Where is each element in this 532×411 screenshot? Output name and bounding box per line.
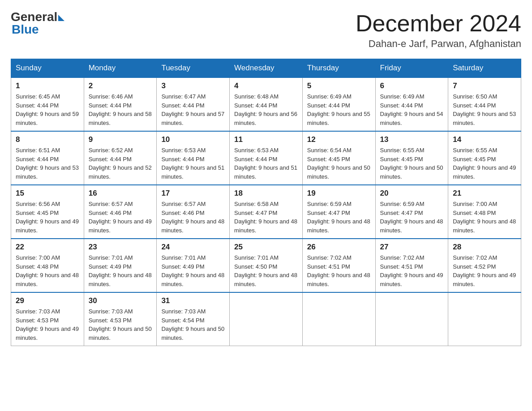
calendar-cell: 30Sunrise: 7:03 AMSunset: 4:53 PMDayligh… <box>84 292 157 346</box>
day-info: Sunrise: 6:56 AMSunset: 4:45 PMDaylight:… <box>16 200 79 235</box>
weekday-header-tuesday: Tuesday <box>157 59 230 78</box>
day-number: 29 <box>16 296 79 305</box>
weekday-header-monday: Monday <box>84 59 157 78</box>
day-info: Sunrise: 6:48 AMSunset: 4:44 PMDaylight:… <box>234 92 298 127</box>
day-number: 24 <box>161 243 225 252</box>
day-number: 11 <box>234 135 298 144</box>
day-info: Sunrise: 6:57 AMSunset: 4:46 PMDaylight:… <box>161 200 225 235</box>
day-info: Sunrise: 7:03 AMSunset: 4:53 PMDaylight:… <box>16 307 79 342</box>
calendar-cell: 8Sunrise: 6:51 AMSunset: 4:44 PMDaylight… <box>11 131 84 185</box>
day-info: Sunrise: 6:53 AMSunset: 4:44 PMDaylight:… <box>234 146 298 181</box>
day-info: Sunrise: 7:02 AMSunset: 4:51 PMDaylight:… <box>380 253 444 288</box>
day-info: Sunrise: 6:58 AMSunset: 4:47 PMDaylight:… <box>234 200 298 235</box>
weekday-header-saturday: Saturday <box>448 59 521 78</box>
day-number: 8 <box>16 135 79 144</box>
day-info: Sunrise: 7:01 AMSunset: 4:49 PMDaylight:… <box>89 253 152 288</box>
weekday-header-wednesday: Wednesday <box>230 59 303 78</box>
day-info: Sunrise: 6:46 AMSunset: 4:44 PMDaylight:… <box>89 92 152 127</box>
day-number: 6 <box>380 81 444 90</box>
day-number: 18 <box>234 189 298 198</box>
calendar-header-row: SundayMondayTuesdayWednesdayThursdayFrid… <box>11 59 521 78</box>
month-title: December 2024 <box>356 11 521 36</box>
calendar-cell: 23Sunrise: 7:01 AMSunset: 4:49 PMDayligh… <box>84 239 157 292</box>
calendar-cell: 22Sunrise: 7:00 AMSunset: 4:48 PMDayligh… <box>11 239 84 292</box>
day-info: Sunrise: 7:02 AMSunset: 4:52 PMDaylight:… <box>453 253 516 288</box>
calendar-cell: 3Sunrise: 6:47 AMSunset: 4:44 PMDaylight… <box>157 77 230 131</box>
day-info: Sunrise: 6:45 AMSunset: 4:44 PMDaylight:… <box>16 92 79 127</box>
day-number: 16 <box>89 189 152 198</box>
day-number: 17 <box>161 189 225 198</box>
day-info: Sunrise: 6:52 AMSunset: 4:44 PMDaylight:… <box>89 146 152 181</box>
day-number: 7 <box>453 81 516 90</box>
day-info: Sunrise: 6:47 AMSunset: 4:44 PMDaylight:… <box>161 92 225 127</box>
logo-blue-text: Blue <box>12 23 39 36</box>
calendar-cell <box>375 292 448 346</box>
calendar-cell: 1Sunrise: 6:45 AMSunset: 4:44 PMDaylight… <box>11 77 84 131</box>
calendar-week-row: 29Sunrise: 7:03 AMSunset: 4:53 PMDayligh… <box>11 292 521 346</box>
calendar-cell: 15Sunrise: 6:56 AMSunset: 4:45 PMDayligh… <box>11 185 84 239</box>
logo-arrow-icon <box>58 15 64 21</box>
day-info: Sunrise: 6:59 AMSunset: 4:47 PMDaylight:… <box>380 200 444 235</box>
day-number: 14 <box>453 135 516 144</box>
calendar-cell <box>302 292 375 346</box>
location-subtitle: Dahan-e Jarf, Parwan, Afghanistan <box>356 38 521 50</box>
day-number: 13 <box>380 135 444 144</box>
calendar-cell: 9Sunrise: 6:52 AMSunset: 4:44 PMDaylight… <box>84 131 157 185</box>
calendar-cell: 5Sunrise: 6:49 AMSunset: 4:44 PMDaylight… <box>302 77 375 131</box>
day-info: Sunrise: 6:50 AMSunset: 4:44 PMDaylight:… <box>453 92 516 127</box>
day-info: Sunrise: 7:02 AMSunset: 4:51 PMDaylight:… <box>307 253 371 288</box>
weekday-header-sunday: Sunday <box>11 59 84 78</box>
calendar-cell <box>230 292 303 346</box>
calendar-cell: 7Sunrise: 6:50 AMSunset: 4:44 PMDaylight… <box>448 77 521 131</box>
calendar-cell: 10Sunrise: 6:53 AMSunset: 4:44 PMDayligh… <box>157 131 230 185</box>
calendar-cell: 20Sunrise: 6:59 AMSunset: 4:47 PMDayligh… <box>375 185 448 239</box>
calendar-week-row: 15Sunrise: 6:56 AMSunset: 4:45 PMDayligh… <box>11 185 521 239</box>
weekday-header-friday: Friday <box>375 59 448 78</box>
day-number: 4 <box>234 81 298 90</box>
day-number: 22 <box>16 243 79 252</box>
day-number: 10 <box>161 135 225 144</box>
day-number: 20 <box>380 189 444 198</box>
calendar-week-row: 8Sunrise: 6:51 AMSunset: 4:44 PMDaylight… <box>11 131 521 185</box>
calendar-week-row: 1Sunrise: 6:45 AMSunset: 4:44 PMDaylight… <box>11 77 521 131</box>
calendar-table: SundayMondayTuesdayWednesdayThursdayFrid… <box>11 59 521 346</box>
logo: General Blue <box>11 11 64 36</box>
day-number: 5 <box>307 81 371 90</box>
day-info: Sunrise: 6:55 AMSunset: 4:45 PMDaylight:… <box>453 146 516 181</box>
day-number: 23 <box>89 243 152 252</box>
day-number: 3 <box>161 81 225 90</box>
day-info: Sunrise: 6:53 AMSunset: 4:44 PMDaylight:… <box>161 146 225 181</box>
day-number: 21 <box>453 189 516 198</box>
day-info: Sunrise: 6:49 AMSunset: 4:44 PMDaylight:… <box>380 92 444 127</box>
calendar-cell: 28Sunrise: 7:02 AMSunset: 4:52 PMDayligh… <box>448 239 521 292</box>
calendar-cell: 26Sunrise: 7:02 AMSunset: 4:51 PMDayligh… <box>302 239 375 292</box>
logo-general-text: General <box>11 11 57 23</box>
weekday-header-thursday: Thursday <box>302 59 375 78</box>
day-number: 28 <box>453 243 516 252</box>
day-number: 9 <box>89 135 152 144</box>
calendar-cell: 16Sunrise: 6:57 AMSunset: 4:46 PMDayligh… <box>84 185 157 239</box>
day-number: 26 <box>307 243 371 252</box>
day-info: Sunrise: 7:03 AMSunset: 4:54 PMDaylight:… <box>161 307 225 342</box>
day-number: 12 <box>307 135 371 144</box>
calendar-week-row: 22Sunrise: 7:00 AMSunset: 4:48 PMDayligh… <box>11 239 521 292</box>
day-info: Sunrise: 7:01 AMSunset: 4:50 PMDaylight:… <box>234 253 298 288</box>
calendar-cell: 14Sunrise: 6:55 AMSunset: 4:45 PMDayligh… <box>448 131 521 185</box>
day-info: Sunrise: 6:59 AMSunset: 4:47 PMDaylight:… <box>307 200 371 235</box>
day-info: Sunrise: 6:57 AMSunset: 4:46 PMDaylight:… <box>89 200 152 235</box>
calendar-cell: 29Sunrise: 7:03 AMSunset: 4:53 PMDayligh… <box>11 292 84 346</box>
title-block: December 2024 Dahan-e Jarf, Parwan, Afgh… <box>356 11 521 50</box>
day-number: 25 <box>234 243 298 252</box>
day-number: 31 <box>161 296 225 305</box>
day-info: Sunrise: 6:49 AMSunset: 4:44 PMDaylight:… <box>307 92 371 127</box>
day-info: Sunrise: 7:03 AMSunset: 4:53 PMDaylight:… <box>89 307 152 342</box>
calendar-cell: 25Sunrise: 7:01 AMSunset: 4:50 PMDayligh… <box>230 239 303 292</box>
calendar-cell: 21Sunrise: 7:00 AMSunset: 4:48 PMDayligh… <box>448 185 521 239</box>
calendar-cell: 17Sunrise: 6:57 AMSunset: 4:46 PMDayligh… <box>157 185 230 239</box>
day-number: 1 <box>16 81 79 90</box>
calendar-cell: 13Sunrise: 6:55 AMSunset: 4:45 PMDayligh… <box>375 131 448 185</box>
day-number: 30 <box>89 296 152 305</box>
day-number: 27 <box>380 243 444 252</box>
day-info: Sunrise: 7:00 AMSunset: 4:48 PMDaylight:… <box>453 200 516 235</box>
calendar-cell: 31Sunrise: 7:03 AMSunset: 4:54 PMDayligh… <box>157 292 230 346</box>
